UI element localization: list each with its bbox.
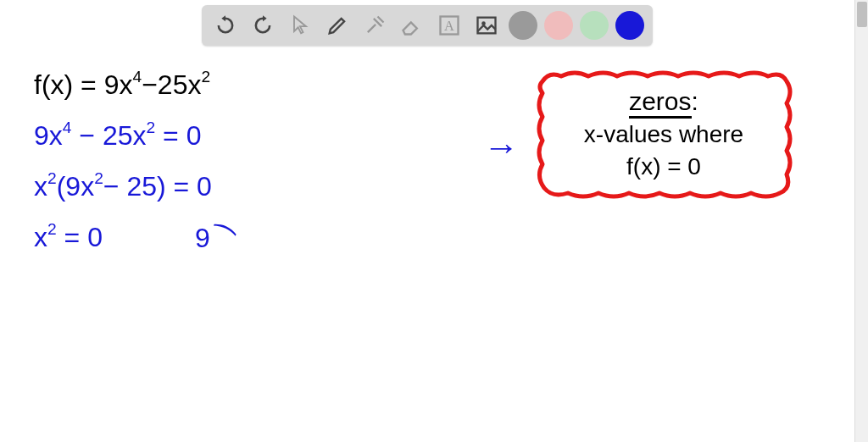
- undo-icon: [214, 14, 237, 37]
- vertical-scrollbar[interactable]: [854, 0, 868, 442]
- definition-box: zeros: x-values where f(x) = 0: [532, 66, 795, 202]
- color-green[interactable]: [580, 11, 609, 40]
- tools-button[interactable]: [359, 10, 390, 41]
- equation-line-1: f(x) = 9x4−25x2: [34, 69, 210, 101]
- svg-text:A: A: [444, 18, 454, 34]
- pointer-button[interactable]: [285, 10, 315, 41]
- equation-line-2: 9x4 − 25x2 = 0: [34, 120, 201, 152]
- eraser-icon: [400, 14, 424, 37]
- toolbar: A: [202, 5, 653, 46]
- note-title: zeros: [629, 87, 691, 119]
- redo-button[interactable]: [248, 10, 278, 41]
- image-button[interactable]: [471, 10, 502, 41]
- note-colon: :: [692, 87, 698, 115]
- color-blue[interactable]: [615, 11, 644, 40]
- color-pink[interactable]: [544, 11, 573, 40]
- scrollbar-thumb[interactable]: [857, 2, 867, 27]
- note-line-1: x-values where: [584, 121, 743, 148]
- redo-icon: [251, 14, 275, 37]
- tools-icon: [363, 14, 387, 37]
- text-button[interactable]: A: [434, 10, 465, 41]
- whiteboard: A f(x) = 9x4−25x2 9x4 − 25x2 = 0 x2(9x2−…: [0, 0, 854, 442]
- pen-icon: [326, 14, 349, 37]
- pointer-icon: [288, 14, 312, 37]
- eraser-button[interactable]: [397, 10, 427, 41]
- color-gray[interactable]: [509, 11, 537, 40]
- undo-button[interactable]: [210, 10, 241, 41]
- note-line-2: f(x) = 0: [626, 153, 701, 180]
- equation-line-4b: 9⁀: [195, 222, 232, 254]
- equation-line-3: x2(9x2− 25) = 0: [34, 171, 212, 202]
- equation-line-4a: x2 = 0: [34, 222, 103, 253]
- arrow-to-note: →: [483, 127, 519, 168]
- text-icon: A: [437, 14, 461, 37]
- image-icon: [475, 14, 498, 37]
- pen-button[interactable]: [322, 10, 353, 41]
- note-title-row: zeros:: [629, 87, 698, 116]
